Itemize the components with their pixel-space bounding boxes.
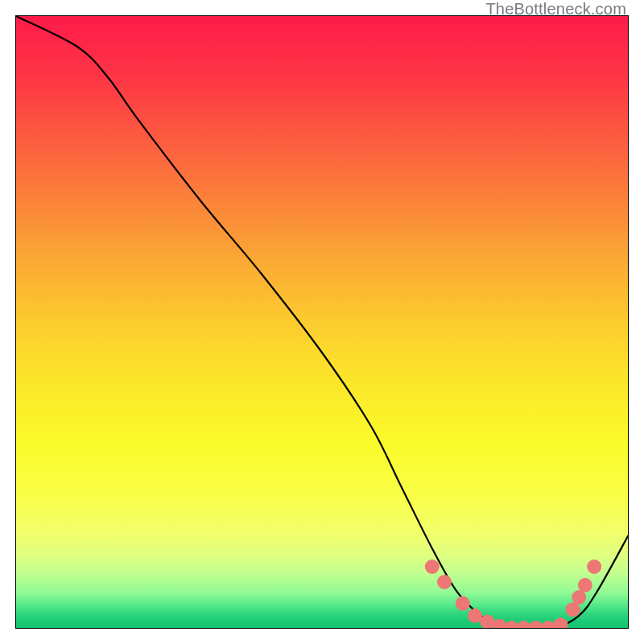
curve-marker-dot [492, 619, 506, 628]
curve-marker-dot [553, 617, 568, 628]
curve-marker-dot [437, 575, 452, 589]
curve-marker-dot [425, 559, 440, 574]
chart-frame [15, 15, 629, 629]
curve-marker-dot [587, 559, 601, 574]
curve-marker-dot [578, 578, 592, 592]
curve-marker-dot [505, 621, 519, 628]
curve-marker-dot [517, 621, 531, 628]
curve-marker-dot [456, 597, 470, 611]
bottleneck-curve [16, 16, 628, 628]
curve-markers [425, 559, 601, 628]
chart-plot-layer [16, 16, 628, 628]
curve-marker-dot [529, 621, 543, 628]
